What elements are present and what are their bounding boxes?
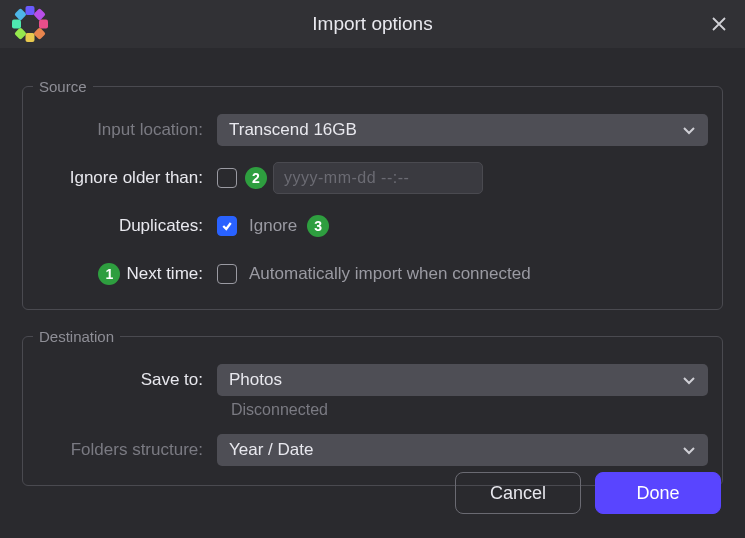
ignore-older-date-input[interactable]: yyyy-mm-dd --:-- (273, 162, 483, 194)
ignore-older-row: Ignore older than: 2 yyyy-mm-dd --:-- (37, 161, 708, 195)
folders-structure-value: Year / Date (229, 440, 313, 460)
duplicates-text: Ignore (249, 216, 297, 236)
input-location-row: Input location: Transcend 16GB (37, 113, 708, 147)
badge-two: 2 (245, 167, 267, 189)
next-time-text: Automatically import when connected (249, 264, 531, 284)
chevron-down-icon (682, 123, 696, 137)
duplicates-label: Duplicates: (37, 216, 217, 236)
destination-group: Destination Save to: Photos Disconnected… (22, 328, 723, 486)
folders-structure-select[interactable]: Year / Date (217, 434, 708, 466)
duplicates-checkbox[interactable] (217, 216, 237, 236)
badge-one: 1 (98, 263, 120, 285)
close-icon[interactable] (709, 14, 729, 34)
cancel-button[interactable]: Cancel (455, 472, 581, 514)
duplicates-row: Duplicates: Ignore 3 (37, 209, 708, 243)
save-to-select[interactable]: Photos (217, 364, 708, 396)
next-time-checkbox[interactable] (217, 264, 237, 284)
titlebar: Import options (0, 0, 745, 48)
ignore-older-label: Ignore older than: (37, 168, 217, 188)
folders-structure-row: Folders structure: Year / Date (37, 433, 708, 467)
source-group: Source Input location: Transcend 16GB Ig… (22, 78, 723, 310)
input-location-label: Input location: (37, 120, 217, 140)
input-location-value: Transcend 16GB (229, 120, 357, 140)
chevron-down-icon (682, 443, 696, 457)
save-to-row: Save to: Photos (37, 363, 708, 397)
dialog-footer: Cancel Done (455, 472, 721, 514)
ignore-older-checkbox[interactable] (217, 168, 237, 188)
done-button[interactable]: Done (595, 472, 721, 514)
window-title: Import options (0, 13, 745, 35)
badge-three: 3 (307, 215, 329, 237)
save-to-value: Photos (229, 370, 282, 390)
next-time-row: 1 Next time: Automatically import when c… (37, 257, 708, 291)
dialog-content: Source Input location: Transcend 16GB Ig… (0, 48, 745, 486)
source-legend: Source (33, 78, 93, 95)
app-logo-icon (16, 10, 44, 38)
chevron-down-icon (682, 373, 696, 387)
folders-structure-label: Folders structure: (37, 440, 217, 460)
save-to-status: Disconnected (231, 401, 708, 419)
destination-legend: Destination (33, 328, 120, 345)
next-time-label: 1 Next time: (37, 263, 217, 285)
input-location-select[interactable]: Transcend 16GB (217, 114, 708, 146)
save-to-label: Save to: (37, 370, 217, 390)
